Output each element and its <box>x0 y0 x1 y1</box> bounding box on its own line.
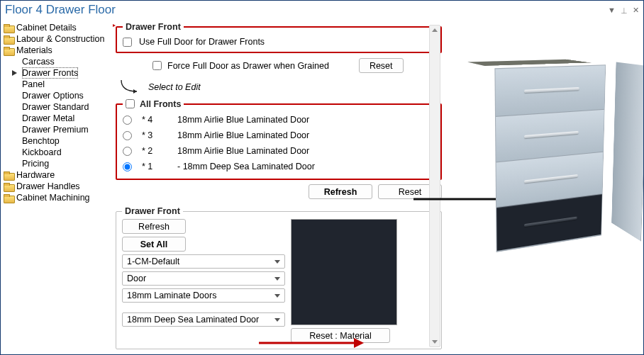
pin-icon[interactable]: ⟂ <box>621 5 627 16</box>
force-full-door-checkbox[interactable] <box>152 61 162 70</box>
all-fronts-checkbox[interactable] <box>126 99 135 108</box>
front-row-1[interactable]: * 1 - 18mm Deep Sea Laminated Door <box>123 159 435 174</box>
sidebar-label: Drawer Handles <box>16 181 80 191</box>
preview-panel <box>448 22 638 351</box>
front-row-3[interactable]: * 3 18mm Airlie Blue Laminated Door <box>123 128 435 143</box>
front-radio-2[interactable] <box>123 147 132 156</box>
window-title: Floor 4 Drawer Floor <box>5 3 116 17</box>
titlebar: Floor 4 Drawer Floor ▼ ⟂ ✕ <box>1 1 643 19</box>
cabinet-front <box>494 64 606 252</box>
front-radio-1[interactable] <box>123 162 132 171</box>
dd-type[interactable]: Door <box>122 271 285 286</box>
material-swatch <box>291 219 397 325</box>
sidebar-item-drawer-standard[interactable]: Drawer Standard <box>22 101 110 113</box>
folder-icon <box>4 24 13 32</box>
app-window: Floor 4 Drawer Floor ▼ ⟂ ✕ Cabinet Detai… <box>0 0 644 355</box>
front-row-4[interactable]: * 4 18mm Airlie Blue Laminated Door <box>123 112 435 128</box>
dd-model[interactable]: 1-CM-Default <box>122 254 285 269</box>
front-radio-3[interactable] <box>123 131 132 140</box>
dd-material[interactable]: 18mm Deep Sea Laminated Door <box>122 312 285 327</box>
sidebar-label: Cabinet Details <box>16 23 77 33</box>
folder-icon <box>4 35 13 43</box>
dd-range[interactable]: 18mm Laminate Doors <box>122 288 285 303</box>
folder-icon <box>4 183 13 191</box>
use-full-door-checkbox[interactable] <box>123 38 132 47</box>
use-full-door-label: Use Full Door for Drawer Fronts <box>139 37 265 47</box>
sidebar-label: Hardware <box>16 170 55 180</box>
reset-material-button[interactable]: Reset : Material <box>291 328 390 343</box>
dropdown-icon[interactable]: ▼ <box>608 6 616 14</box>
sidebar-item-drawer-handles[interactable]: Drawer Handles <box>4 181 110 192</box>
close-icon[interactable]: ✕ <box>633 6 639 15</box>
cabinet-side <box>611 62 643 241</box>
curve-arrow-icon <box>118 80 140 94</box>
drawer-front-group: Drawer Front Use Full Door for Drawer Fr… <box>116 22 442 53</box>
scrollbar[interactable] <box>429 25 440 347</box>
legend: Drawer Front <box>123 22 184 32</box>
sidebar-item-labour[interactable]: Labour & Construction <box>4 33 110 45</box>
force-full-door-label: Force Full Door as Drawer when Grained <box>167 61 329 71</box>
cabinet-top <box>467 60 592 66</box>
sidebar-label: Labour & Construction <box>16 34 104 44</box>
refresh-button-3[interactable]: Refresh <box>122 219 186 234</box>
sidebar-item-drawer-options[interactable]: Drawer Options <box>22 90 110 101</box>
sidebar-item-drawer-fronts[interactable]: Drawer Fronts <box>12 67 110 79</box>
sidebar-item-pricing[interactable]: Pricing <box>22 158 110 169</box>
main-panel: Drawer Front Use Full Door for Drawer Fr… <box>113 19 643 354</box>
folder-icon <box>4 47 13 55</box>
legend: Drawer Front <box>122 206 183 216</box>
reset-button[interactable]: Reset <box>359 58 404 73</box>
cabinet-3d[interactable] <box>484 63 592 242</box>
drawer-4 <box>495 65 605 116</box>
set-all-button[interactable]: Set All <box>122 237 186 252</box>
sidebar-item-drawer-metal[interactable]: Drawer Metal <box>22 113 110 124</box>
sidebar-item-cabinet-details[interactable]: Cabinet Details <box>4 22 110 33</box>
sidebar-item-cabinet-machining[interactable]: Cabinet Machining <box>4 192 110 203</box>
sidebar-item-hardware[interactable]: Hardware <box>4 169 110 181</box>
arrow-right-icon <box>12 70 19 76</box>
sidebar: Cabinet Details Labour & Construction Ma… <box>1 19 113 354</box>
sidebar-item-panel[interactable]: Panel <box>22 79 110 90</box>
sidebar-item-carcass[interactable]: Carcass <box>22 56 110 67</box>
folder-icon <box>4 171 13 179</box>
folder-icon <box>4 194 13 202</box>
drawer-front-detail-group: Drawer Front Refresh Set All 1-CM-Defaul… <box>116 206 442 349</box>
sidebar-label: Cabinet Machining <box>16 193 90 203</box>
sidebar-item-drawer-premium[interactable]: Drawer Premium <box>22 124 110 135</box>
front-radio-4[interactable] <box>123 115 132 125</box>
sidebar-item-benchtop[interactable]: Benchtop <box>22 135 110 147</box>
all-fronts-group: All Fronts * 4 18mm Airlie Blue Laminate… <box>116 99 442 180</box>
force-full-door-row: Force Full Door as Drawer when Grained R… <box>116 56 442 75</box>
legend: All Fronts <box>123 99 184 109</box>
select-to-edit-label: Select to Edit <box>148 82 201 92</box>
front-row-2[interactable]: * 2 18mm Airlie Blue Laminated Door <box>123 143 435 159</box>
window-controls: ▼ ⟂ ✕ <box>608 5 639 16</box>
refresh-button[interactable]: Refresh <box>309 184 372 199</box>
sidebar-item-kickboard[interactable]: Kickboard <box>22 147 110 158</box>
sidebar-item-materials[interactable]: Materials <box>4 45 110 56</box>
sidebar-label: Materials <box>16 45 52 55</box>
